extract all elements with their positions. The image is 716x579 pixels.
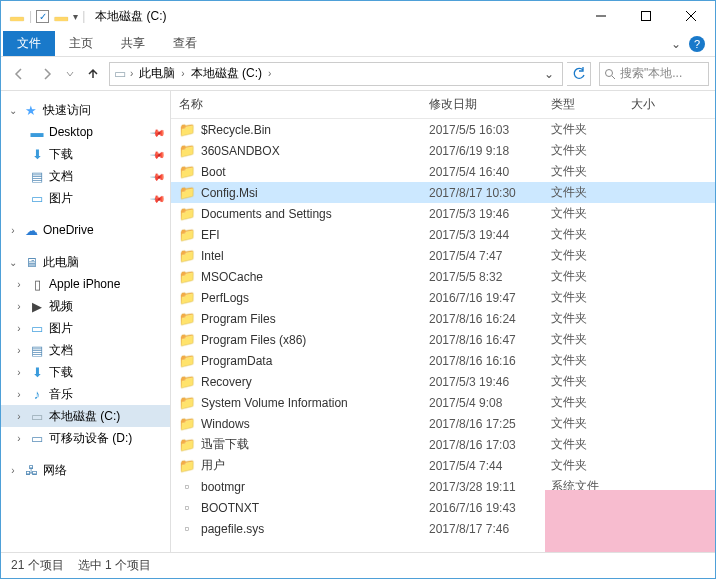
table-row[interactable]: 📁Boot2017/5/4 16:40文件夹	[171, 161, 715, 182]
table-row[interactable]: 📁Intel2017/5/4 7:47文件夹	[171, 245, 715, 266]
file-name: Intel	[201, 249, 224, 263]
tab-view[interactable]: 查看	[159, 31, 211, 56]
column-date[interactable]: 修改日期	[429, 96, 551, 113]
table-row[interactable]: 📁迅雷下载2017/8/16 17:03文件夹	[171, 434, 715, 455]
sidebar-desktop[interactable]: ▬Desktop📌	[1, 121, 170, 143]
tab-share[interactable]: 共享	[107, 31, 159, 56]
tab-home[interactable]: 主页	[55, 31, 107, 56]
ribbon-right: ⌄ ?	[671, 31, 715, 56]
folder-icon: 📁	[179, 374, 195, 390]
crumb-drive[interactable]: 本地磁盘 (C:)	[187, 63, 266, 84]
search-box[interactable]: 搜索"本地...	[599, 62, 709, 86]
file-date: 2017/5/3 19:46	[429, 375, 551, 389]
sidebar-thispc[interactable]: ⌄🖥此电脑	[1, 251, 170, 273]
file-type: 文件夹	[551, 289, 631, 306]
file-name: Windows	[201, 417, 250, 431]
file-date: 2017/5/4 7:44	[429, 459, 551, 473]
sidebar-videos[interactable]: ›▶视频	[1, 295, 170, 317]
sidebar-network[interactable]: ›🖧网络	[1, 459, 170, 481]
file-name: 360SANDBOX	[201, 144, 280, 158]
column-size[interactable]: 大小	[631, 96, 707, 113]
file-type: 文件夹	[551, 352, 631, 369]
table-row[interactable]: 📁EFI2017/5/3 19:44文件夹	[171, 224, 715, 245]
table-row[interactable]: 📁Recovery2017/5/3 19:46文件夹	[171, 371, 715, 392]
nav-up-button[interactable]	[81, 62, 105, 86]
drive-icon: ▭	[112, 66, 128, 82]
nav-back-button[interactable]	[7, 62, 31, 86]
sidebar-documents2[interactable]: ›▤文档	[1, 339, 170, 361]
sidebar-downloads[interactable]: ⬇下载📌	[1, 143, 170, 165]
table-row[interactable]: 📁Program Files2017/8/16 16:24文件夹	[171, 308, 715, 329]
file-type: 文件夹	[551, 247, 631, 264]
file-date: 2017/8/16 16:24	[429, 312, 551, 326]
expand-ribbon-icon[interactable]: ⌄	[671, 37, 681, 51]
table-row[interactable]: 📁$Recycle.Bin2017/5/5 16:03文件夹	[171, 119, 715, 140]
crumb-sep-icon[interactable]: ›	[181, 68, 184, 79]
qat-folder-icon[interactable]: ▬	[53, 8, 69, 24]
sidebar-music[interactable]: ›♪音乐	[1, 383, 170, 405]
tab-file[interactable]: 文件	[3, 31, 55, 56]
table-row[interactable]: 📁Windows2017/8/16 17:25文件夹	[171, 413, 715, 434]
file-name: Program Files (x86)	[201, 333, 306, 347]
folder-icon: 📁	[179, 248, 195, 264]
file-type: 文件夹	[551, 331, 631, 348]
file-date: 2017/8/17 10:30	[429, 186, 551, 200]
search-placeholder: 搜索"本地...	[620, 65, 682, 82]
table-row[interactable]: 📁System Volume Information2017/5/4 9:08文…	[171, 392, 715, 413]
qat-checkbox-icon[interactable]: ✓	[36, 10, 49, 23]
qat-dropdown-icon[interactable]: ▾	[73, 11, 78, 22]
file-name: EFI	[201, 228, 220, 242]
sidebar-cdrive[interactable]: ›▭本地磁盘 (C:)	[1, 405, 170, 427]
folder-icon: 📁	[179, 143, 195, 159]
minimize-button[interactable]	[578, 2, 623, 30]
file-type: 文件夹	[551, 184, 631, 201]
crumb-sep-icon[interactable]: ›	[268, 68, 271, 79]
window-icon: ▬	[9, 8, 25, 24]
sidebar-pictures[interactable]: ▭图片📌	[1, 187, 170, 209]
table-row[interactable]: 📁360SANDBOX2017/6/19 9:18文件夹	[171, 140, 715, 161]
crumb-pc[interactable]: 此电脑	[135, 63, 179, 84]
titlebar-sep: |	[29, 9, 32, 23]
table-row[interactable]: 📁用户2017/5/4 7:44文件夹	[171, 455, 715, 476]
sidebar-downloads2[interactable]: ›⬇下载	[1, 361, 170, 383]
file-date: 2016/7/16 19:43	[429, 501, 551, 515]
content-area: 名称 修改日期 类型 大小 📁$Recycle.Bin2017/5/5 16:0…	[171, 91, 715, 552]
table-row[interactable]: 📁PerfLogs2016/7/16 19:47文件夹	[171, 287, 715, 308]
sidebar-quickaccess[interactable]: ⌄★快速访问	[1, 99, 170, 121]
sidebar-ddrive[interactable]: ›▭可移动设备 (D:)	[1, 427, 170, 449]
maximize-button[interactable]	[623, 2, 668, 30]
file-name: Documents and Settings	[201, 207, 332, 221]
download-icon: ⬇	[29, 364, 45, 380]
nav-forward-button[interactable]	[35, 62, 59, 86]
file-name: 用户	[201, 457, 225, 474]
sidebar-pictures2[interactable]: ›▭图片	[1, 317, 170, 339]
column-type[interactable]: 类型	[551, 96, 631, 113]
folder-icon: 📁	[179, 416, 195, 432]
table-row[interactable]: 📁ProgramData2017/8/16 16:16文件夹	[171, 350, 715, 371]
file-date: 2017/6/19 9:18	[429, 144, 551, 158]
crumb-sep-icon[interactable]: ›	[130, 68, 133, 79]
sidebar-documents[interactable]: ▤文档📌	[1, 165, 170, 187]
address-dropdown-icon[interactable]: ⌄	[538, 67, 560, 81]
sidebar-iphone[interactable]: ›▯Apple iPhone	[1, 273, 170, 295]
titlebar-sep2: |	[82, 9, 85, 23]
table-row[interactable]: 📁Config.Msi2017/8/17 10:30文件夹	[171, 182, 715, 203]
close-button[interactable]	[668, 2, 713, 30]
nav-recent-dropdown[interactable]	[63, 62, 77, 86]
table-row[interactable]: 📁Program Files (x86)2017/8/16 16:47文件夹	[171, 329, 715, 350]
sidebar: ⌄★快速访问 ▬Desktop📌 ⬇下载📌 ▤文档📌 ▭图片📌 ›☁OneDri…	[1, 91, 171, 552]
sidebar-onedrive[interactable]: ›☁OneDrive	[1, 219, 170, 241]
file-date: 2017/5/3 19:44	[429, 228, 551, 242]
file-date: 2017/5/5 8:32	[429, 270, 551, 284]
table-row[interactable]: 📁Documents and Settings2017/5/3 19:46文件夹	[171, 203, 715, 224]
help-icon[interactable]: ?	[689, 36, 705, 52]
status-count: 21 个项目	[11, 557, 64, 574]
table-row[interactable]: 📁MSOCache2017/5/5 8:32文件夹	[171, 266, 715, 287]
ribbon-tabs: 文件 主页 共享 查看 ⌄ ?	[1, 31, 715, 57]
desktop-icon: ▬	[29, 124, 45, 140]
refresh-button[interactable]	[567, 62, 591, 86]
address-bar[interactable]: ▭ › 此电脑 › 本地磁盘 (C:) › ⌄	[109, 62, 563, 86]
column-name[interactable]: 名称	[179, 96, 429, 113]
file-list[interactable]: 📁$Recycle.Bin2017/5/5 16:03文件夹📁360SANDBO…	[171, 119, 715, 552]
file-name: pagefile.sys	[201, 522, 264, 536]
